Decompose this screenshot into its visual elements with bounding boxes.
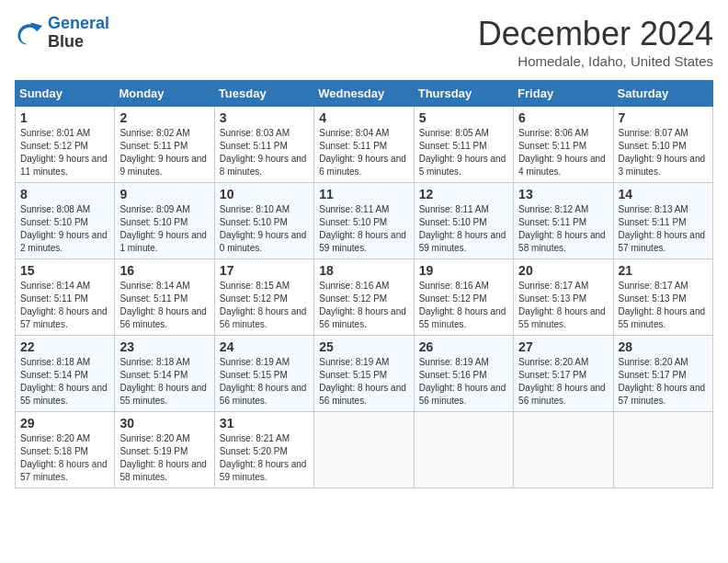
day-number: 7	[619, 110, 708, 125]
day-info: Sunrise: 8:09 AM Sunset: 5:10 PM Dayligh…	[119, 203, 209, 255]
calendar-cell: 9Sunrise: 8:09 AM Sunset: 5:10 PM Daylig…	[115, 183, 214, 259]
logo-icon	[15, 20, 44, 46]
day-number: 17	[220, 263, 309, 278]
week-row-2: 8Sunrise: 8:08 AM Sunset: 5:10 PM Daylig…	[16, 183, 713, 259]
day-info: Sunrise: 8:19 AM Sunset: 5:15 PM Dayligh…	[319, 356, 408, 408]
day-number: 2	[119, 110, 209, 125]
day-info: Sunrise: 8:19 AM Sunset: 5:16 PM Dayligh…	[419, 356, 508, 408]
day-number: 14	[619, 187, 708, 201]
title-block: December 2024 Homedale, Idaho, United St…	[478, 15, 713, 69]
day-info: Sunrise: 8:11 AM Sunset: 5:10 PM Dayligh…	[419, 203, 508, 255]
calendar-cell: 16Sunrise: 8:14 AM Sunset: 5:11 PM Dayli…	[115, 259, 214, 336]
calendar-cell: 26Sunrise: 8:19 AM Sunset: 5:16 PM Dayli…	[414, 336, 513, 412]
calendar-cell: 11Sunrise: 8:11 AM Sunset: 5:10 PM Dayli…	[314, 183, 414, 259]
calendar-cell	[414, 412, 513, 488]
day-number: 22	[20, 339, 109, 354]
calendar-cell: 19Sunrise: 8:16 AM Sunset: 5:12 PM Dayli…	[414, 259, 513, 336]
day-info: Sunrise: 8:14 AM Sunset: 5:11 PM Dayligh…	[20, 280, 109, 331]
week-row-5: 29Sunrise: 8:20 AM Sunset: 5:18 PM Dayli…	[16, 412, 713, 488]
calendar-cell: 21Sunrise: 8:17 AM Sunset: 5:13 PM Dayli…	[613, 259, 712, 336]
weekday-header-friday: Friday	[514, 81, 613, 107]
day-info: Sunrise: 8:10 AM Sunset: 5:10 PM Dayligh…	[220, 203, 309, 255]
calendar-cell: 30Sunrise: 8:20 AM Sunset: 5:19 PM Dayli…	[115, 412, 214, 488]
day-number: 16	[119, 263, 209, 278]
day-number: 21	[619, 263, 708, 278]
day-info: Sunrise: 8:16 AM Sunset: 5:12 PM Dayligh…	[419, 280, 508, 331]
day-info: Sunrise: 8:05 AM Sunset: 5:11 PM Dayligh…	[419, 127, 508, 178]
calendar-cell: 23Sunrise: 8:18 AM Sunset: 5:14 PM Dayli…	[115, 336, 214, 412]
day-info: Sunrise: 8:02 AM Sunset: 5:11 PM Dayligh…	[119, 127, 209, 178]
weekday-header-monday: Monday	[115, 81, 214, 107]
day-info: Sunrise: 8:20 AM Sunset: 5:18 PM Dayligh…	[20, 432, 109, 484]
day-info: Sunrise: 8:04 AM Sunset: 5:11 PM Dayligh…	[319, 127, 408, 178]
day-number: 26	[419, 339, 508, 354]
weekday-header-wednesday: Wednesday	[314, 81, 414, 107]
day-info: Sunrise: 8:18 AM Sunset: 5:14 PM Dayligh…	[20, 356, 109, 408]
day-info: Sunrise: 8:13 AM Sunset: 5:11 PM Dayligh…	[619, 203, 708, 255]
calendar-cell: 22Sunrise: 8:18 AM Sunset: 5:14 PM Dayli…	[16, 336, 115, 412]
week-row-1: 1Sunrise: 8:01 AM Sunset: 5:12 PM Daylig…	[16, 107, 713, 183]
day-number: 25	[319, 339, 408, 354]
day-info: Sunrise: 8:01 AM Sunset: 5:12 PM Dayligh…	[20, 127, 109, 178]
calendar-cell: 25Sunrise: 8:19 AM Sunset: 5:15 PM Dayli…	[314, 336, 414, 412]
day-number: 10	[220, 187, 309, 201]
week-row-3: 15Sunrise: 8:14 AM Sunset: 5:11 PM Dayli…	[16, 259, 713, 336]
day-number: 30	[119, 416, 209, 431]
calendar-cell: 12Sunrise: 8:11 AM Sunset: 5:10 PM Dayli…	[414, 183, 513, 259]
calendar-table: SundayMondayTuesdayWednesdayThursdayFrid…	[15, 80, 713, 488]
calendar-cell: 10Sunrise: 8:10 AM Sunset: 5:10 PM Dayli…	[214, 183, 313, 259]
calendar-subtitle: Homedale, Idaho, United States	[478, 53, 713, 69]
day-info: Sunrise: 8:20 AM Sunset: 5:17 PM Dayligh…	[518, 356, 608, 408]
weekday-header-saturday: Saturday	[613, 81, 712, 107]
calendar-cell	[514, 412, 613, 488]
day-info: Sunrise: 8:07 AM Sunset: 5:10 PM Dayligh…	[619, 127, 708, 178]
day-number: 4	[319, 110, 408, 125]
day-info: Sunrise: 8:17 AM Sunset: 5:13 PM Dayligh…	[518, 280, 608, 331]
calendar-cell: 18Sunrise: 8:16 AM Sunset: 5:12 PM Dayli…	[314, 259, 414, 336]
day-number: 8	[20, 187, 109, 201]
day-number: 18	[319, 263, 408, 278]
day-number: 28	[619, 339, 708, 354]
day-info: Sunrise: 8:15 AM Sunset: 5:12 PM Dayligh…	[220, 280, 309, 331]
day-number: 23	[119, 339, 209, 354]
logo: General Blue	[15, 15, 109, 52]
calendar-cell	[613, 412, 712, 488]
day-number: 6	[518, 110, 608, 125]
day-number: 20	[518, 263, 608, 278]
day-number: 13	[518, 187, 608, 201]
page-header: General Blue December 2024 Homedale, Ida…	[15, 15, 713, 69]
day-info: Sunrise: 8:16 AM Sunset: 5:12 PM Dayligh…	[319, 280, 408, 331]
day-number: 3	[220, 110, 309, 125]
calendar-cell: 15Sunrise: 8:14 AM Sunset: 5:11 PM Dayli…	[16, 259, 115, 336]
day-number: 5	[419, 110, 508, 125]
calendar-cell: 4Sunrise: 8:04 AM Sunset: 5:11 PM Daylig…	[314, 107, 414, 183]
day-number: 31	[220, 416, 309, 431]
day-info: Sunrise: 8:12 AM Sunset: 5:11 PM Dayligh…	[518, 203, 608, 255]
day-info: Sunrise: 8:19 AM Sunset: 5:15 PM Dayligh…	[220, 356, 309, 408]
day-number: 9	[119, 187, 209, 201]
day-number: 29	[20, 416, 109, 431]
day-number: 19	[419, 263, 508, 278]
calendar-cell: 1Sunrise: 8:01 AM Sunset: 5:12 PM Daylig…	[16, 107, 115, 183]
week-row-4: 22Sunrise: 8:18 AM Sunset: 5:14 PM Dayli…	[16, 336, 713, 412]
weekday-header-row: SundayMondayTuesdayWednesdayThursdayFrid…	[16, 81, 713, 107]
calendar-cell: 28Sunrise: 8:20 AM Sunset: 5:17 PM Dayli…	[613, 336, 712, 412]
day-info: Sunrise: 8:20 AM Sunset: 5:19 PM Dayligh…	[119, 432, 209, 484]
day-info: Sunrise: 8:14 AM Sunset: 5:11 PM Dayligh…	[119, 280, 209, 331]
calendar-cell: 3Sunrise: 8:03 AM Sunset: 5:11 PM Daylig…	[214, 107, 313, 183]
day-info: Sunrise: 8:17 AM Sunset: 5:13 PM Dayligh…	[619, 280, 708, 331]
weekday-header-tuesday: Tuesday	[214, 81, 313, 107]
day-info: Sunrise: 8:21 AM Sunset: 5:20 PM Dayligh…	[220, 432, 309, 484]
calendar-cell: 8Sunrise: 8:08 AM Sunset: 5:10 PM Daylig…	[16, 183, 115, 259]
calendar-cell: 20Sunrise: 8:17 AM Sunset: 5:13 PM Dayli…	[514, 259, 613, 336]
calendar-cell: 7Sunrise: 8:07 AM Sunset: 5:10 PM Daylig…	[613, 107, 712, 183]
day-info: Sunrise: 8:06 AM Sunset: 5:11 PM Dayligh…	[518, 127, 608, 178]
day-info: Sunrise: 8:11 AM Sunset: 5:10 PM Dayligh…	[319, 203, 408, 255]
day-number: 27	[518, 339, 608, 354]
day-info: Sunrise: 8:03 AM Sunset: 5:11 PM Dayligh…	[220, 127, 309, 178]
day-number: 11	[319, 187, 408, 201]
day-number: 24	[220, 339, 309, 354]
weekday-header-sunday: Sunday	[16, 81, 115, 107]
calendar-cell: 13Sunrise: 8:12 AM Sunset: 5:11 PM Dayli…	[514, 183, 613, 259]
calendar-cell: 6Sunrise: 8:06 AM Sunset: 5:11 PM Daylig…	[514, 107, 613, 183]
